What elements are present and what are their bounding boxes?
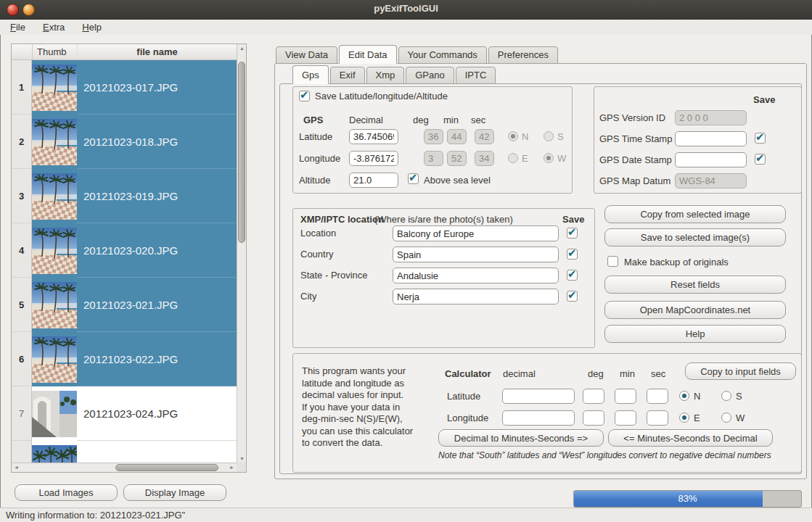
save-location-checkbox[interactable]: [567, 228, 578, 239]
scroll-down-icon[interactable]: ▼: [239, 456, 245, 461]
tab-gps[interactable]: Gps: [292, 65, 329, 84]
copy-to-input-fields-button[interactable]: Copy to input fields: [685, 362, 796, 380]
city-input[interactable]: [393, 289, 559, 304]
open-mapcoordinates-button[interactable]: Open MapCoordinates.net: [604, 301, 786, 319]
menu-file[interactable]: File: [3, 21, 33, 33]
latitude-decimal-input[interactable]: [349, 129, 398, 144]
gps-time-stamp-input[interactable]: [675, 131, 747, 146]
save-to-selected-button[interactable]: Save to selected image(s): [604, 228, 786, 246]
tab-preferences[interactable]: Preferences: [488, 46, 558, 64]
save-country-checkbox[interactable]: [567, 249, 578, 260]
vertical-scrollbar-thumb[interactable]: [238, 62, 245, 243]
menu-bar: File Extra Help: [0, 20, 812, 35]
file-name[interactable]: 20121023-018.JPG: [77, 115, 237, 169]
calc-north-radio[interactable]: [679, 391, 689, 401]
calc-latitude-deg-input[interactable]: [583, 389, 604, 404]
table-row[interactable]: 3 20121023-019.JPG: [12, 169, 237, 223]
calc-latitude-min-input[interactable]: [615, 389, 636, 404]
tab-view-data[interactable]: View Data: [276, 46, 337, 64]
load-images-button[interactable]: Load Images: [15, 484, 118, 501]
copy-from-selected-button[interactable]: Copy from selected image: [604, 205, 786, 223]
table-row[interactable]: 5 20121023-021.JPG: [12, 278, 237, 332]
horizontal-scrollbar[interactable]: ◄ ►: [12, 463, 237, 472]
reset-fields-button[interactable]: Reset fields: [604, 276, 786, 294]
thumbnail-image[interactable]: [32, 445, 77, 463]
progress-bar: 83%: [573, 490, 802, 508]
longitude-decimal-input[interactable]: [349, 151, 398, 166]
make-backup-checkbox[interactable]: [607, 256, 618, 267]
save-time-stamp-checkbox[interactable]: [755, 133, 766, 144]
table-row[interactable]: 4 20121023-020.JPG: [12, 223, 237, 278]
longitude-west-label: W: [557, 153, 566, 164]
file-name[interactable]: 20121023-017.JPG: [77, 60, 237, 115]
display-image-button[interactable]: Display Image: [123, 484, 226, 501]
tab-xmp[interactable]: Xmp: [366, 67, 405, 84]
scroll-right-icon[interactable]: ►: [229, 465, 234, 470]
country-input[interactable]: [393, 246, 559, 262]
calc-east-label: E: [694, 413, 700, 423]
table-row[interactable]: 6 20121023-022.JPG: [12, 332, 237, 386]
menu-extra[interactable]: Extra: [36, 21, 72, 33]
save-column-header: Save: [753, 94, 775, 105]
menu-help[interactable]: Help: [75, 21, 109, 33]
thumbnail-image[interactable]: [32, 119, 77, 165]
gps-meta-group: Save GPS Version ID GPS Time Stamp GPS D…: [594, 86, 802, 194]
country-label: Country: [300, 249, 334, 260]
calc-south-radio[interactable]: [721, 391, 731, 401]
save-city-checkbox[interactable]: [567, 291, 578, 302]
above-sea-level-checkbox[interactable]: [408, 173, 419, 184]
dms-to-decimal-button[interactable]: <= Minutes-Seconds to Decimal: [608, 429, 773, 447]
tab-gpano[interactable]: GPano: [406, 67, 454, 84]
table-row[interactable]: 7 20121023-024.JPG: [12, 386, 237, 441]
thumbnail-image[interactable]: [32, 173, 77, 220]
file-name[interactable]: [77, 441, 237, 463]
thumbnail-image[interactable]: [32, 336, 77, 383]
calc-longitude-decimal-input[interactable]: [502, 410, 575, 426]
file-name[interactable]: 20121023-024.JPG: [77, 386, 237, 441]
state-province-label: State - Province: [300, 270, 368, 281]
thumbnail-image[interactable]: [32, 282, 77, 328]
horizontal-scrollbar-thumb[interactable]: [115, 464, 219, 471]
filename-column-header[interactable]: file name: [78, 44, 237, 59]
save-lat-lon-alt-checkbox[interactable]: [299, 91, 310, 102]
thumbnail-image[interactable]: [32, 391, 77, 437]
gps-version-input: [675, 110, 747, 125]
file-name[interactable]: 20121023-019.JPG: [77, 169, 237, 223]
thumbnail-image[interactable]: [32, 65, 77, 111]
row-number: 5: [12, 278, 32, 332]
location-label: Location: [300, 228, 336, 239]
tab-your-commands[interactable]: Your Commands: [398, 46, 487, 64]
calc-longitude-deg-input[interactable]: [583, 410, 604, 426]
location-input[interactable]: [393, 225, 559, 241]
calc-west-radio[interactable]: [721, 413, 731, 423]
latitude-north-label: N: [522, 131, 528, 142]
thumb-column-header[interactable]: Thumb: [33, 44, 78, 59]
file-name[interactable]: 20121023-021.JPG: [77, 278, 237, 332]
longitude-min-input: [447, 151, 467, 166]
decimal-to-dms-button[interactable]: Decimal to Minutes-Seconds =>: [438, 429, 604, 447]
table-row[interactable]: [12, 441, 237, 463]
save-date-stamp-checkbox[interactable]: [755, 154, 766, 165]
file-name[interactable]: 20121023-022.JPG: [77, 332, 237, 386]
calc-longitude-min-input[interactable]: [615, 410, 636, 426]
scroll-left-icon[interactable]: ◄: [14, 465, 19, 470]
table-row[interactable]: 1 20121023-017.JPG: [12, 60, 237, 115]
state-province-input[interactable]: [393, 268, 559, 283]
file-name[interactable]: 20121023-020.JPG: [77, 223, 237, 278]
tab-exif[interactable]: Exif: [330, 67, 365, 84]
gps-date-stamp-input[interactable]: [675, 152, 747, 167]
help-button[interactable]: Help: [604, 325, 786, 343]
vertical-scrollbar[interactable]: ▲ ▼: [237, 44, 246, 463]
calc-longitude-sec-input[interactable]: [647, 410, 668, 426]
scroll-up-icon[interactable]: ▲: [239, 46, 245, 51]
tab-iptc[interactable]: IPTC: [456, 67, 496, 84]
table-row[interactable]: 2 20121023-018.JPG: [12, 115, 237, 169]
calc-east-radio[interactable]: [679, 413, 689, 423]
altitude-input[interactable]: [349, 173, 398, 188]
altitude-label: Altitude: [299, 175, 330, 186]
calc-latitude-sec-input[interactable]: [647, 389, 668, 404]
calc-latitude-decimal-input[interactable]: [502, 389, 575, 404]
tab-edit-data[interactable]: Edit Data: [339, 45, 396, 64]
thumbnail-image[interactable]: [32, 228, 77, 274]
save-state-checkbox[interactable]: [567, 270, 578, 281]
